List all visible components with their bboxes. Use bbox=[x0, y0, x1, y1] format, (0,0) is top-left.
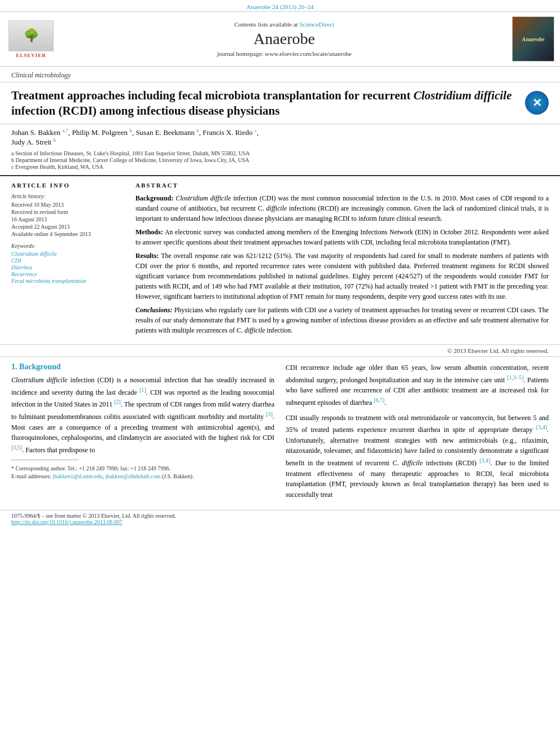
science-direct-link[interactable]: ScienceDirect bbox=[299, 21, 334, 28]
section-category: Clinical microbiology bbox=[0, 67, 560, 82]
affil-b: b Department of Internal Medicine, Carve… bbox=[11, 157, 549, 163]
body-paragraph-1: Clostridium difficile infection (CDI) is… bbox=[11, 375, 274, 455]
ref-67: [6,7] bbox=[374, 397, 384, 403]
ref-1: [1] bbox=[139, 387, 146, 393]
keyword-4: Recurrence bbox=[11, 271, 124, 277]
keyword-1: Clostridium difficile bbox=[11, 251, 124, 257]
elsevier-logo: 🌳 ELSEVIER bbox=[6, 20, 56, 58]
ref-2: [2] bbox=[114, 399, 121, 405]
authors-line: Johan S. Bakken a,*, Philip M. Polgreen … bbox=[0, 124, 560, 148]
author5: , bbox=[257, 128, 259, 137]
volume-info: Anaerobe 24 (2013) 20–24 bbox=[0, 0, 560, 11]
journal-homepage: journal homepage: www.elsevier.com/locat… bbox=[62, 50, 506, 57]
abstract-heading: ABSTRACT bbox=[135, 182, 549, 189]
abstract-background: Background: Clostridium difficile infect… bbox=[135, 193, 549, 224]
journal-name: Anaerobe bbox=[62, 30, 506, 48]
affil-a: a Section of Infectious Diseases, St. Lu… bbox=[11, 150, 549, 156]
online-date: Available online 4 September 2013 bbox=[11, 231, 124, 237]
ref-34: [3,4] bbox=[536, 424, 547, 430]
keywords-label: Keywords: bbox=[11, 243, 124, 249]
author1: Johan S. Bakken a,* bbox=[11, 128, 68, 137]
body-paragraph-right-1: CDI recurrence include age older than 65… bbox=[286, 362, 549, 408]
footnote-corresponding: * Corresponding author. Tel.: +1 218 249… bbox=[11, 465, 274, 473]
article-info-heading: ARTICLE INFO bbox=[11, 182, 124, 189]
journal-thumb-text: Anaerobe bbox=[522, 36, 545, 42]
copyright-line: © 2013 Elsevier Ltd. All rights reserved… bbox=[0, 345, 560, 357]
footnote-divider bbox=[11, 460, 79, 460]
footer-doi-link[interactable]: http://dx.doi.org/10.1016/j.anaerobe.201… bbox=[11, 519, 123, 525]
ref-135: [1,3–5] bbox=[507, 374, 523, 381]
affil-c: c Evergreen Health, Kirkland, WA, USA bbox=[11, 164, 549, 170]
email-link-1[interactable]: jbakken1@d.umn.edu bbox=[53, 473, 102, 479]
science-direct-text: Contents lists available at bbox=[234, 21, 298, 28]
volume-label: Anaerobe 24 (2013) 20–24 bbox=[247, 3, 314, 10]
accepted-date: Accepted 22 August 2013 bbox=[11, 224, 124, 230]
elsevier-name-text: ELSEVIER bbox=[16, 53, 46, 58]
revised-date: 16 August 2013 bbox=[11, 216, 124, 222]
body-left-column: 1. Background Clostridium difficile infe… bbox=[11, 362, 274, 504]
revised-label: Received in revised form bbox=[11, 209, 124, 215]
abstract-methods: Methods: An electronic survey was conduc… bbox=[135, 227, 549, 247]
abstract-conclusions: Conclusions: Physicians who regularly ca… bbox=[135, 305, 549, 335]
homepage-url: www.elsevier.com/locate/anaerobe bbox=[265, 50, 351, 57]
main-body: 1. Background Clostridium difficile infe… bbox=[0, 357, 560, 510]
footer-issn: 1075-9964/$ – see front matter © 2013 El… bbox=[11, 513, 549, 519]
author3: , Susan E. Beekmann b bbox=[132, 128, 199, 137]
affiliations: a Section of Infectious Diseases, St. Lu… bbox=[0, 148, 560, 176]
body-right-column: CDI recurrence include age older than 65… bbox=[286, 362, 549, 504]
author4: , Francis X. Riedo c bbox=[199, 128, 256, 137]
article-history-label: Article history: bbox=[11, 193, 124, 199]
email-link-2[interactable]: jbakken@slhduluth.com bbox=[105, 473, 160, 479]
article-title-text: Treatment approaches including fecal mic… bbox=[11, 88, 519, 119]
ref-35: [3,5] bbox=[11, 444, 22, 451]
abstract-results: Results: The overall response rate was 6… bbox=[135, 251, 549, 302]
received-date: Received 10 May 2013 bbox=[11, 202, 124, 208]
footer-bar: 1075-9964/$ – see front matter © 2013 El… bbox=[0, 510, 560, 527]
section1-heading: 1. Background bbox=[11, 362, 274, 372]
keyword-2: CDI bbox=[11, 257, 124, 264]
keywords-section: Keywords: Clostridium difficile CDI Diar… bbox=[11, 243, 124, 284]
homepage-label: journal homepage: bbox=[217, 50, 263, 57]
crossmark-icon: ✕ bbox=[532, 96, 542, 110]
article-title-section: Treatment approaches including fecal mic… bbox=[0, 82, 560, 124]
journal-thumbnail: Anaerobe bbox=[512, 16, 554, 62]
keyword-5: Fecal microbiota transplantation bbox=[11, 278, 124, 284]
abstract-column: ABSTRACT Background: Clostridium diffici… bbox=[135, 182, 549, 339]
crossmark-badge: ✕ bbox=[525, 91, 549, 115]
footnote-email: E-mail addresses: jbakken1@d.umn.edu, jb… bbox=[11, 473, 274, 480]
ref-3: [3] bbox=[266, 411, 273, 417]
keyword-3: Diarrhea bbox=[11, 264, 124, 270]
body-paragraph-right-2: CDI usually responds to treatment with o… bbox=[286, 413, 549, 500]
author2: , Philip M. Polgreen b bbox=[68, 128, 132, 137]
article-title: Treatment approaches including fecal mic… bbox=[11, 88, 519, 119]
science-direct-line: Contents lists available at ScienceDirec… bbox=[62, 21, 506, 28]
author6: Judy A. Streit b bbox=[11, 138, 56, 146]
ref-34b: [3,4] bbox=[479, 457, 490, 464]
article-info-abstract-section: ARTICLE INFO Article history: Received 1… bbox=[0, 176, 560, 345]
article-info-column: ARTICLE INFO Article history: Received 1… bbox=[11, 182, 124, 339]
journal-header: 🌳 ELSEVIER Contents lists available at S… bbox=[0, 11, 560, 67]
journal-center: Contents lists available at ScienceDirec… bbox=[62, 21, 506, 57]
